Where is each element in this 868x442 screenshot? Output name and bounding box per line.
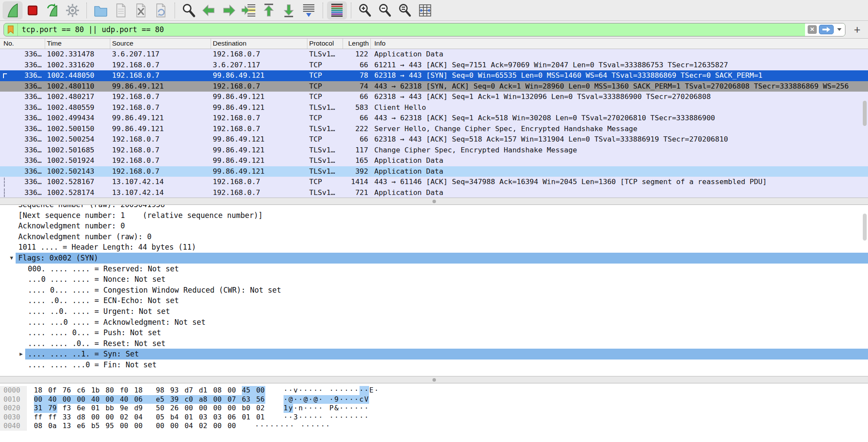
packet-proto: TCP — [307, 113, 343, 124]
find-packet-button[interactable] — [179, 1, 199, 20]
packet-row[interactable]: 336…1002.480559192.168.0.799.86.49.121TL… — [0, 102, 868, 113]
restart-icon — [45, 3, 60, 18]
resize-columns-button[interactable] — [415, 1, 435, 20]
colorize-button[interactable] — [327, 1, 347, 20]
stop-capture-button[interactable] — [23, 1, 43, 20]
packet-no: 336… — [10, 49, 45, 60]
last-packet-button[interactable] — [279, 1, 299, 20]
detail-row[interactable]: Acknowledgment number (raw): 0 — [0, 231, 868, 242]
packet-row[interactable]: 336…1002.501685192.168.0.799.86.49.121TL… — [0, 145, 868, 156]
add-display-filter-button[interactable]: + — [851, 23, 864, 36]
packet-row[interactable]: 336…1002.331620192.168.0.73.6.207.117TCP… — [0, 60, 868, 71]
expander-closed-icon[interactable]: ▶ — [20, 349, 23, 360]
filter-dropdown-caret[interactable] — [837, 28, 842, 31]
autoscroll-button[interactable] — [299, 1, 319, 20]
capture-options-button[interactable] — [63, 1, 83, 20]
display-filter-input[interactable]: tcp.port == 80 || udp.port == 80 ✕ — [3, 23, 845, 36]
column-header-destination[interactable]: Destination — [211, 39, 307, 49]
packet-src: 192.168.0.7 — [110, 70, 211, 81]
details-scrollbar-thumb[interactable] — [863, 214, 867, 241]
open-file-button[interactable] — [91, 1, 111, 20]
save-file-button[interactable] — [111, 1, 131, 20]
packet-row[interactable]: 336…1002.49943499.86.49.121192.168.0.7TC… — [0, 113, 868, 124]
packet-time: 1002.528174 — [45, 188, 110, 198]
hex-row[interactable]: 00100040000040004006e539c0a800076356·@··… — [0, 395, 868, 404]
hex-row[interactable]: 00203179f36e01bb9ed9502600000000b0021y·n… — [0, 404, 868, 413]
packet-proto: TCP — [307, 177, 343, 188]
packet-row[interactable]: 336…1002.3314783.6.207.117192.168.0.7TLS… — [0, 49, 868, 60]
zoom-in-button[interactable] — [355, 1, 375, 20]
zoom-reset-icon — [397, 3, 413, 18]
hex-offset: 0040 — [0, 422, 27, 431]
hex-row[interactable]: 0000180f76c61b80f0189893d7d108004500··v·… — [0, 386, 868, 395]
hex-row[interactable]: 0030ffff33d80000020405b4010303060101··3·… — [0, 413, 868, 422]
column-header-time[interactable]: Time — [45, 39, 110, 49]
next-packet-button[interactable] — [219, 1, 239, 20]
pane-splitter-lower[interactable] — [0, 376, 868, 383]
zoom-out-button[interactable] — [375, 1, 395, 20]
packet-row[interactable]: 336…1002.502143192.168.0.799.86.49.121TL… — [0, 166, 868, 177]
packet-time: 1002.501685 — [45, 145, 110, 156]
detail-row[interactable]: .... ...0 .... = Acknowledgment: Not set — [0, 317, 868, 328]
packet-row[interactable]: 336…1002.500254192.168.0.799.86.49.121TC… — [0, 134, 868, 145]
detail-row[interactable]: 000. .... .... = Reserved: Not set — [0, 264, 868, 274]
packet-list-scrollbar-thumb[interactable] — [863, 101, 867, 126]
column-header-no[interactable]: No. — [0, 39, 45, 49]
packet-proto: TCP — [307, 81, 343, 92]
packet-row[interactable]: 336…1002.480217192.168.0.799.86.49.121TC… — [0, 92, 868, 102]
goto-packet-button[interactable] — [239, 1, 259, 20]
packet-row[interactable]: 336…1002.52816713.107.42.14192.168.0.7TC… — [0, 177, 868, 188]
detail-row[interactable]: .... 0... .... = Congestion Window Reduc… — [0, 285, 868, 296]
packet-info: Change Cipher Spec, Encrypted Handshake … — [371, 145, 868, 156]
packet-row[interactable]: 336…1002.501924192.168.0.799.86.49.121TL… — [0, 155, 868, 166]
detail-row[interactable]: .... .... ...0 = Fin: Not set — [0, 360, 868, 370]
pane-splitter-upper[interactable] — [0, 198, 868, 205]
packet-row[interactable]: 336…1002.48011099.86.49.121192.168.0.7TC… — [0, 81, 868, 92]
detail-row[interactable]: .... .... .0.. = Reset: Not set — [0, 338, 868, 349]
detail-row[interactable]: .... .... 0... = Push: Not set — [0, 327, 868, 338]
packet-dst: 99.86.49.121 — [211, 70, 307, 81]
filter-query-text[interactable]: tcp.port == 80 || udp.port == 80 — [18, 25, 805, 34]
toolbar-separator — [175, 3, 175, 18]
find-icon — [181, 3, 197, 18]
related-packet-gutter — [0, 188, 10, 198]
hex-row[interactable]: 0040080a13e6b5950000000004020000········… — [0, 422, 868, 431]
toolbar-separator — [323, 3, 323, 18]
detail-row[interactable]: ▼Flags: 0x002 (SYN) — [0, 253, 868, 264]
column-header-info[interactable]: Info — [371, 39, 868, 49]
toolbar-separator — [86, 3, 87, 18]
filter-clear-icon[interactable]: ✕ — [808, 25, 817, 34]
filter-bookmark-icon[interactable] — [4, 23, 18, 36]
packet-src: 192.168.0.7 — [110, 102, 211, 113]
packet-row[interactable]: 336…1002.50015099.86.49.121192.168.0.7TL… — [0, 124, 868, 135]
detail-row[interactable]: [Next sequence number: 1 (relative seque… — [0, 210, 868, 221]
reload-file-button[interactable] — [151, 1, 171, 20]
zoom-in-icon — [357, 3, 373, 18]
first-packet-button[interactable] — [259, 1, 279, 20]
conversation-start-mark — [3, 73, 7, 78]
detail-row[interactable]: 1011 .... = Header Length: 44 bytes (11) — [0, 242, 868, 253]
column-header-protocol[interactable]: Protocol — [307, 39, 343, 49]
zoom-reset-button[interactable] — [395, 1, 415, 20]
folder-icon — [93, 3, 109, 18]
column-header-source[interactable]: Source — [110, 39, 211, 49]
detail-row[interactable]: Sequence number (raw): 2005041958 — [0, 205, 868, 210]
packet-src: 3.6.207.117 — [110, 49, 211, 60]
detail-row[interactable]: Acknowledgment number: 0 — [0, 221, 868, 231]
restart-capture-button[interactable] — [43, 1, 63, 20]
filter-bar: tcp.port == 80 || udp.port == 80 ✕ + — [0, 21, 868, 38]
detail-row[interactable]: .... ..0. .... = Urgent: Not set — [0, 306, 868, 317]
packet-time: 1002.499434 — [45, 113, 110, 124]
column-header-length[interactable]: Length — [343, 39, 371, 49]
previous-packet-button[interactable] — [199, 1, 219, 20]
packet-row[interactable]: 336…1002.448050192.168.0.799.86.49.121TC… — [0, 70, 868, 81]
packet-row[interactable]: 336…1002.52817413.107.42.14192.168.0.7TL… — [0, 188, 868, 198]
start-capture-button[interactable] — [3, 1, 23, 20]
packet-dst: 192.168.0.7 — [211, 177, 307, 188]
filter-apply-icon[interactable] — [819, 25, 834, 34]
detail-row[interactable]: .... .0.. .... = ECN-Echo: Not set — [0, 295, 868, 306]
detail-row[interactable]: ▶.... .... ..1. = Syn: Set — [0, 349, 868, 360]
close-file-button[interactable] — [131, 1, 151, 20]
detail-row[interactable]: ...0 .... .... = Nonce: Not set — [0, 274, 868, 285]
expander-open-icon[interactable]: ▼ — [10, 253, 13, 264]
